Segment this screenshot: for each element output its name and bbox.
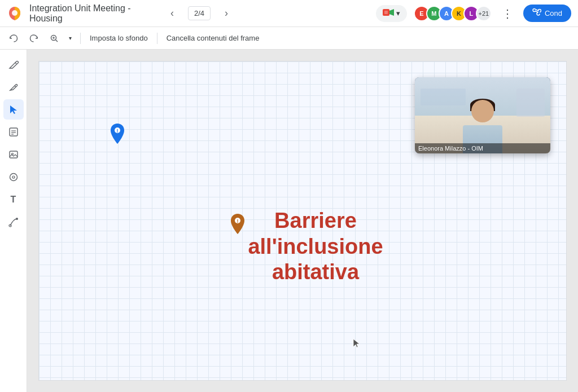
svg-rect-9 [10, 128, 17, 136]
share-icon [532, 8, 541, 19]
sticky-note-tool-button[interactable] [3, 122, 24, 142]
undo-button[interactable] [5, 29, 23, 47]
share-button-label: Cond [545, 9, 562, 17]
topbar: Integration Unit Meeting - Housing ‹ 2/4… [0, 0, 578, 27]
svg-point-15 [10, 174, 17, 181]
pin-1: ! [110, 124, 125, 148]
svg-rect-3 [384, 11, 388, 14]
video-background [415, 77, 550, 153]
pencil-tool-button[interactable] [3, 77, 24, 97]
text-tool-button[interactable]: T [3, 190, 24, 210]
video-participant-label: Eleonora Milazzo - OIM [415, 143, 550, 153]
pin-2: ! [230, 214, 246, 238]
svg-rect-13 [10, 151, 17, 158]
meet-icon [383, 8, 394, 19]
pen-tool-button[interactable] [3, 54, 24, 74]
svg-line-5 [56, 39, 58, 42]
toolbar-separator-1 [80, 33, 81, 44]
zoom-button[interactable] [45, 29, 63, 47]
app-logo [7, 6, 23, 21]
svg-point-0 [12, 10, 17, 16]
clear-frame-button[interactable]: Cancella contenuti del frame [162, 32, 264, 45]
toolbar-separator-2 [157, 33, 157, 44]
more-options-button[interactable]: ⋮ [498, 5, 516, 23]
shape-tool-button[interactable] [3, 167, 24, 187]
share-button[interactable]: Cond [523, 5, 571, 22]
zoom-dropdown-button[interactable]: ▾ [64, 29, 76, 47]
svg-point-16 [12, 176, 15, 178]
video-overlay[interactable]: Eleonora Milazzo - OIM [415, 77, 550, 153]
avatar-count[interactable]: +21 [476, 6, 492, 21]
zoom-control[interactable]: ▾ [45, 29, 76, 47]
prev-slide-button[interactable]: ‹ [163, 5, 181, 23]
svg-text:!: ! [237, 218, 239, 224]
svg-marker-2 [389, 9, 394, 16]
meet-button-arrow: ▾ [396, 9, 400, 17]
slide-indicator: 2/4 [188, 6, 211, 20]
svg-point-18 [16, 218, 18, 220]
window-title: Integration Unit Meeting - Housing [29, 3, 156, 24]
canvas-area[interactable]: ! ! Barriere all'inclusione abitativa [27, 50, 578, 392]
toolbar: ▾ Imposta lo sfondo Cancella contenuti d… [0, 27, 578, 50]
redo-button[interactable] [25, 29, 43, 47]
svg-text:!: ! [117, 128, 119, 134]
meet-button[interactable]: ▾ [376, 5, 407, 22]
next-slide-button[interactable]: › [217, 5, 235, 23]
left-sidebar: T [0, 50, 27, 392]
avatar-group: E M A K L +21 [414, 6, 492, 21]
whiteboard-canvas[interactable]: ! ! Barriere all'inclusione abitativa [38, 61, 567, 381]
svg-line-8 [15, 86, 16, 87]
image-tool-button[interactable] [3, 144, 24, 165]
connector-tool-button[interactable] [3, 212, 24, 232]
select-tool-button[interactable] [3, 99, 24, 120]
set-background-button[interactable]: Imposta lo sfondo [85, 32, 152, 45]
main-area: T ! [0, 50, 578, 392]
